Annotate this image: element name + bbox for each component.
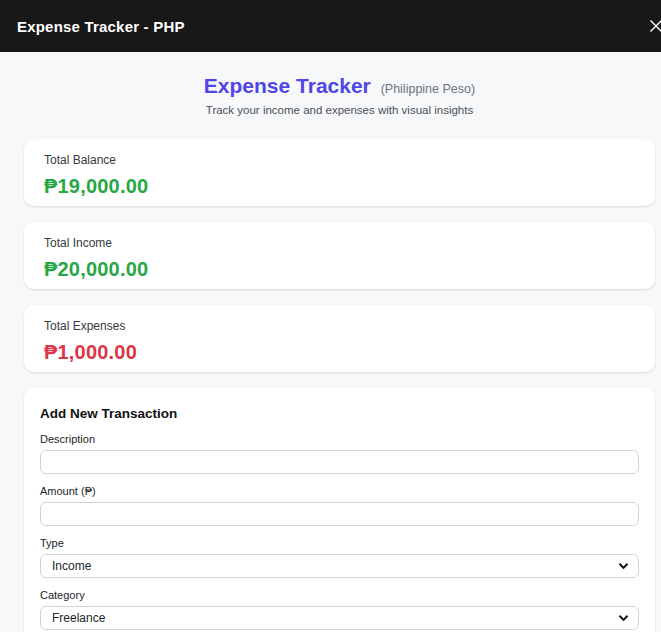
total-expenses-label: Total Expenses: [44, 319, 635, 333]
description-input[interactable]: [40, 450, 639, 474]
total-balance-label: Total Balance: [44, 153, 635, 167]
currency-note: (Philippine Peso): [381, 82, 476, 96]
category-label: Category: [40, 589, 639, 601]
close-icon: [648, 18, 661, 34]
page-title: Expense Tracker: [204, 74, 371, 97]
category-field: Category Freelance: [40, 589, 639, 630]
description-label: Description: [40, 433, 639, 445]
main-content: Expense Tracker (Philippine Peso) Track …: [0, 52, 661, 632]
form-title: Add New Transaction: [40, 406, 639, 421]
total-income-amount: ₱20,000.00: [44, 258, 635, 281]
type-select[interactable]: Income: [40, 554, 639, 578]
amount-input[interactable]: [40, 502, 639, 526]
description-field: Description: [40, 433, 639, 474]
page-subtitle: Track your income and expenses with visu…: [24, 104, 655, 116]
total-balance-amount: ₱19,000.00: [44, 175, 635, 198]
app-header: Expense Tracker (Philippine Peso) Track …: [24, 74, 655, 116]
total-income-label: Total Income: [44, 236, 635, 250]
total-expenses-amount: ₱1,000.00: [44, 341, 635, 364]
category-select[interactable]: Freelance: [40, 606, 639, 630]
window-title: Expense Tracker - PHP: [17, 18, 185, 35]
type-field: Type Income: [40, 537, 639, 578]
total-expenses-card: Total Expenses ₱1,000.00: [24, 305, 655, 372]
window-titlebar: Expense Tracker - PHP: [0, 0, 661, 52]
total-income-card: Total Income ₱20,000.00: [24, 222, 655, 289]
close-button[interactable]: [644, 14, 661, 38]
type-label: Type: [40, 537, 639, 549]
amount-field: Amount (₱): [40, 485, 639, 526]
amount-label: Amount (₱): [40, 485, 639, 497]
total-balance-card: Total Balance ₱19,000.00: [24, 139, 655, 206]
add-transaction-card: Add New Transaction Description Amount (…: [24, 388, 655, 632]
